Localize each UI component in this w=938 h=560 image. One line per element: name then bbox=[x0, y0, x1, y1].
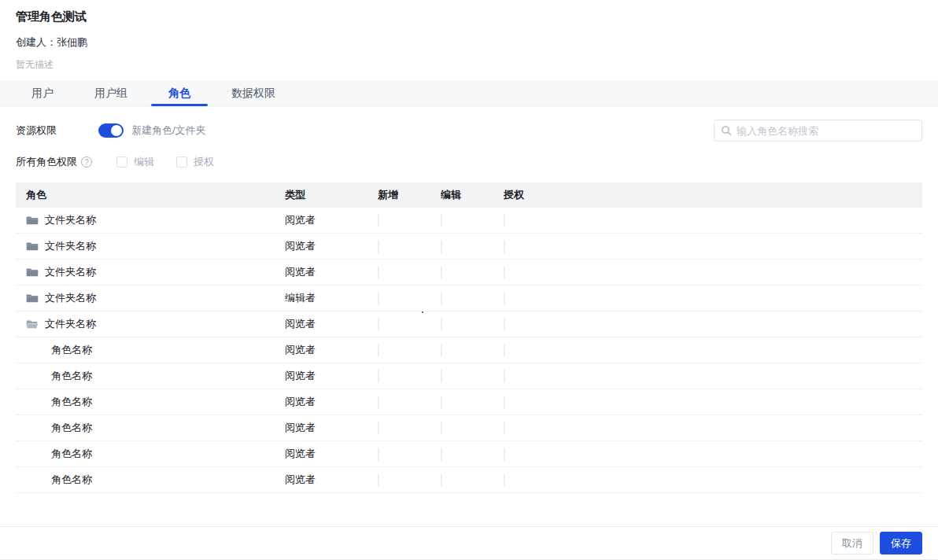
tab-item[interactable]: 数据权限 bbox=[211, 81, 296, 106]
authorize-checkbox-group: 授权 bbox=[176, 155, 214, 169]
row-name: 角色名称 bbox=[51, 395, 92, 409]
row-type: 阅览者 bbox=[285, 239, 378, 253]
roles-table: 角色类型新增编辑授权 文件夹名称 阅览者 文件夹名称 阅览者 文件夹名称 阅览者… bbox=[16, 182, 922, 493]
table-row[interactable]: 文件夹名称 编辑者 bbox=[16, 286, 922, 311]
table-body: 文件夹名称 阅览者 文件夹名称 阅览者 文件夹名称 阅览者 文件夹名称 编辑者 bbox=[16, 208, 922, 493]
column-header: 授权 bbox=[504, 188, 922, 202]
edit-checkbox[interactable] bbox=[441, 344, 442, 357]
authorize-checkbox[interactable] bbox=[504, 473, 505, 487]
resource-permission-label: 资源权限 bbox=[16, 123, 57, 138]
row-name: 文件夹名称 bbox=[45, 239, 96, 253]
edit-checkbox[interactable] bbox=[441, 266, 442, 279]
authorize-checkbox[interactable] bbox=[504, 214, 505, 227]
table-row[interactable]: 文件夹名称 阅览者 bbox=[16, 311, 922, 337]
authorize-checkbox[interactable] bbox=[504, 448, 505, 461]
table-row[interactable]: 角色名称 阅览者 bbox=[16, 337, 922, 363]
tab-item[interactable]: 角色 bbox=[148, 81, 211, 106]
authorize-checkbox[interactable] bbox=[504, 396, 505, 409]
add-checkbox[interactable] bbox=[378, 240, 379, 253]
table-row[interactable]: 角色名称 阅览者 bbox=[16, 467, 922, 493]
table-row[interactable]: 角色名称 阅览者 bbox=[16, 441, 922, 467]
row-name: 文件夹名称 bbox=[45, 265, 96, 279]
toggle-knob bbox=[111, 125, 122, 136]
role-search-box[interactable] bbox=[714, 120, 922, 142]
edit-checkbox[interactable] bbox=[116, 157, 127, 168]
row-type: 阅览者 bbox=[285, 473, 378, 487]
row-name: 文件夹名称 bbox=[45, 291, 96, 305]
row-type: 阅览者 bbox=[285, 265, 378, 279]
table-row[interactable]: 文件夹名称 阅览者 bbox=[16, 234, 922, 260]
add-checkbox[interactable] bbox=[378, 448, 379, 461]
row-type: 阅览者 bbox=[285, 369, 378, 383]
column-header: 类型 bbox=[285, 188, 378, 202]
edit-checkbox[interactable] bbox=[441, 318, 442, 331]
resource-permission-row: 资源权限 新建角色/文件夹 bbox=[16, 120, 922, 142]
edit-checkbox[interactable] bbox=[441, 214, 442, 227]
spacer bbox=[0, 493, 938, 526]
add-checkbox[interactable] bbox=[378, 318, 379, 331]
add-checkbox[interactable] bbox=[378, 396, 379, 409]
row-name: 角色名称 bbox=[51, 473, 92, 487]
footer-action-bar: 取消 保存 bbox=[0, 526, 938, 560]
creator-line: 创建人：张佃鹏 bbox=[16, 35, 922, 50]
edit-checkbox-group: 编辑 bbox=[116, 155, 154, 169]
authorize-checkbox[interactable] bbox=[504, 370, 505, 383]
add-checkbox[interactable] bbox=[378, 422, 379, 435]
authorize-checkbox[interactable] bbox=[504, 266, 505, 279]
cancel-button[interactable]: 取消 bbox=[831, 532, 873, 554]
page-header: 管理角色测试 创建人：张佃鹏 暂无描述 bbox=[0, 0, 938, 72]
row-name: 角色名称 bbox=[51, 421, 92, 435]
edit-checkbox-label: 编辑 bbox=[134, 155, 154, 169]
table-row[interactable]: 角色名称 阅览者 bbox=[16, 363, 922, 389]
resource-permission-toggle[interactable] bbox=[98, 123, 124, 138]
edit-checkbox[interactable] bbox=[441, 473, 442, 487]
column-header: 新增 bbox=[378, 188, 441, 202]
add-checkbox[interactable] bbox=[378, 214, 379, 227]
row-type: 阅览者 bbox=[285, 421, 378, 435]
question-circle-icon[interactable]: ? bbox=[81, 157, 92, 168]
add-checkbox[interactable] bbox=[378, 266, 379, 279]
search-input[interactable] bbox=[737, 125, 915, 137]
authorize-checkbox[interactable] bbox=[504, 240, 505, 253]
all-roles-permission-row: 所有角色权限 ? 编辑 授权 bbox=[16, 154, 922, 170]
authorize-checkbox-label: 授权 bbox=[194, 155, 214, 169]
row-type: 阅览者 bbox=[285, 343, 378, 357]
add-checkbox[interactable] bbox=[378, 370, 379, 383]
page-title: 管理角色测试 bbox=[16, 9, 922, 24]
authorize-checkbox[interactable] bbox=[504, 422, 505, 435]
row-type: 阅览者 bbox=[285, 317, 378, 331]
edit-checkbox[interactable] bbox=[441, 448, 442, 461]
row-name: 文件夹名称 bbox=[45, 317, 96, 331]
row-type: 阅览者 bbox=[285, 213, 378, 227]
edit-checkbox[interactable] bbox=[441, 370, 442, 383]
row-name: 角色名称 bbox=[51, 343, 92, 357]
authorize-checkbox[interactable] bbox=[504, 344, 505, 357]
edit-checkbox[interactable] bbox=[441, 396, 442, 409]
toolbar: 资源权限 新建角色/文件夹 所有角色权限 ? 编辑 授权 bbox=[0, 107, 938, 170]
add-checkbox[interactable] bbox=[378, 344, 379, 357]
folder-closed-icon bbox=[26, 240, 39, 252]
authorize-checkbox[interactable] bbox=[504, 318, 505, 331]
tab-item[interactable]: 用户组 bbox=[74, 81, 148, 106]
edit-checkbox[interactable] bbox=[441, 292, 442, 305]
edit-checkbox[interactable] bbox=[441, 422, 442, 435]
authorize-checkbox[interactable] bbox=[504, 292, 505, 305]
tab-item[interactable]: 用户 bbox=[11, 81, 74, 106]
new-role-folder-label[interactable]: 新建角色/文件夹 bbox=[131, 123, 206, 138]
edit-checkbox[interactable] bbox=[441, 240, 442, 253]
save-button[interactable]: 保存 bbox=[880, 532, 922, 554]
row-type: 编辑者 bbox=[285, 291, 378, 305]
add-checkbox[interactable] bbox=[378, 292, 379, 305]
column-header: 角色 bbox=[16, 188, 285, 202]
tab-bar: 用户用户组角色数据权限 bbox=[0, 81, 938, 107]
column-header: 编辑 bbox=[441, 188, 504, 202]
row-type: 阅览者 bbox=[285, 395, 378, 409]
table-row[interactable]: 角色名称 阅览者 bbox=[16, 415, 922, 441]
row-name: 角色名称 bbox=[51, 447, 92, 461]
folder-closed-icon bbox=[26, 266, 39, 278]
add-checkbox[interactable] bbox=[378, 473, 379, 487]
table-row[interactable]: 文件夹名称 阅览者 bbox=[16, 208, 922, 234]
authorize-checkbox[interactable] bbox=[176, 157, 187, 168]
table-row[interactable]: 角色名称 阅览者 bbox=[16, 389, 922, 415]
table-row[interactable]: 文件夹名称 阅览者 bbox=[16, 260, 922, 286]
